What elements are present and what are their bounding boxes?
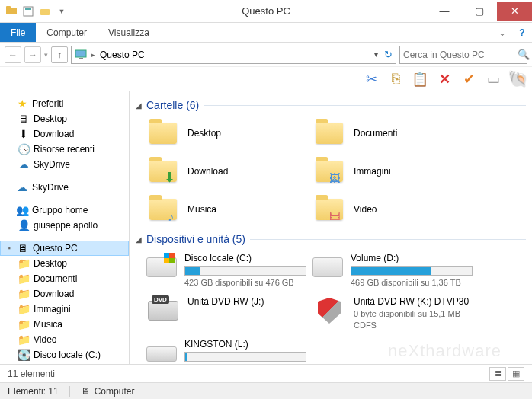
folders-grid: Desktop Documenti ⬇Download 🖼Immagini ♪M… [133,114,532,228]
cut-icon[interactable]: ✂ [363,71,380,88]
tree-label: Gruppo home [32,205,88,215]
tree-skydrive[interactable]: ☁ SkyDrive [0,180,129,195]
drive-item[interactable]: Unità DVD RW (J:) [143,292,309,334]
delete-icon[interactable]: ✕ [436,71,453,88]
tree-item[interactable]: 📁Documenti [0,271,129,286]
drive-filesystem: CDFS [354,321,473,330]
group-title: Dispositivi e unità (5) [146,233,245,245]
download-arrow-icon: ⬇ [164,169,175,186]
tree-item-drive-d[interactable]: 💽Volume (D:) [0,362,129,364]
search-input[interactable] [403,49,518,60]
shell-icon[interactable]: 🐚 [509,71,526,88]
folder-desktop[interactable]: Desktop [143,114,309,152]
drive-icon [312,257,343,277]
group-devices-header[interactable]: ◢ Dispositivi e unità (5) [133,228,532,248]
help-icon[interactable]: ? [512,23,532,42]
up-button[interactable]: ↑ [51,46,68,63]
tree-item-download[interactable]: ⬇Download [0,126,129,142]
drive-item[interactable]: Unità DVD RW (K:) DTVP300 byte disponibi… [309,292,476,334]
navigation-bar: ← → ▾ ↑ ▸ Questo PC ▾ ↻ 🔍 [0,43,532,67]
drive-name: Disco locale (C:) [184,253,306,263]
search-box[interactable]: 🔍 [399,46,527,64]
collapse-icon[interactable]: ▪ [5,244,13,252]
drive-windows-icon [146,257,177,277]
tab-file[interactable]: File [0,23,36,42]
drive-usage-bar [184,352,306,362]
drive-item[interactable]: KINGSTON (L:)57,4 GB disponibili su 57,4… [143,334,309,364]
refresh-icon[interactable]: ↻ [384,49,393,60]
homegroup-icon: 👥 [15,204,29,216]
drive-item[interactable]: Volume (D:)469 GB disponibili su 1,36 TB [309,248,476,292]
tree-favorites[interactable]: ★ Preferiti [0,96,129,111]
tree-item[interactable]: 📁Musica [0,317,129,332]
search-icon[interactable]: 🔍 [518,49,530,60]
copy-icon[interactable]: ⎘ [387,71,404,88]
tree-label: Preferiti [32,98,63,109]
folder-documents[interactable]: Documenti [309,114,476,152]
chevron-right-icon[interactable]: ▸ [91,51,95,59]
address-location[interactable]: Questo PC [100,49,145,60]
collapse-group-icon[interactable]: ◢ [136,101,142,110]
dvd-drive-icon [148,301,178,321]
svg-rect-3 [25,8,31,10]
tree-item[interactable]: 📁Desktop [0,256,129,271]
folder-download[interactable]: ⬇Download [143,152,309,190]
maximize-button[interactable]: ▢ [462,2,497,21]
nav-history-dropdown-icon[interactable]: ▾ [44,51,48,59]
tree-item-skydrive[interactable]: ☁SkyDrive [0,157,129,172]
view-tiles-button[interactable]: ▦ [508,367,524,381]
qat-dropdown-icon[interactable]: ▼ [55,5,69,18]
drive-usage-bar [351,266,473,276]
tree-item[interactable]: 📁Immagini [0,302,129,317]
forward-button[interactable]: → [24,46,41,63]
folder-video[interactable]: 🎞Video [309,190,476,228]
back-button[interactable]: ← [5,46,21,63]
tree-label: Questo PC [33,243,78,254]
folder-icon: 📁 [17,257,30,270]
paste-icon[interactable]: 📋 [412,71,428,88]
drive-usage-bar [184,266,306,276]
main-area: ★ Preferiti 🖥Desktop ⬇Download 🕓Risorse … [0,91,532,364]
music-icon: ♪ [168,210,174,224]
address-bar[interactable]: ▸ Questo PC ▾ ↻ [71,46,396,64]
tree-item-user[interactable]: 👤giuseppe apollo [0,218,129,233]
usb-drive-icon [146,346,177,362]
folder-icon: 📁 [17,288,30,300]
ribbon-tabs: File Computer Visualizza ⌄ ? [0,23,532,43]
minimize-button[interactable]: — [427,2,462,21]
details-bar: Elementi: 11 🖥 Computer [0,382,532,399]
tree-homegroup[interactable]: 👥 Gruppo home [0,203,129,218]
folder-icon: 📁 [17,334,30,346]
tree-label: SkyDrive [32,182,69,193]
collapse-group-icon[interactable]: ◢ [136,235,142,244]
app-icon[interactable] [5,5,18,18]
tree-item[interactable]: 📁Video [0,332,129,347]
tree-item[interactable]: 📁Download [0,286,129,302]
navigation-pane[interactable]: ★ Preferiti 🖥Desktop ⬇Download 🕓Risorse … [0,91,130,364]
shield-icon [318,298,341,324]
tab-computer[interactable]: Computer [36,23,98,42]
drive-free-space: 423 GB disponibili su 476 GB [184,278,306,287]
ribbon-expand-icon[interactable]: ⌄ [492,23,512,42]
view-details-button[interactable]: ≣ [489,367,506,381]
pc-icon: 🖥 [81,386,90,397]
check-icon[interactable]: ✔ [460,71,477,88]
rename-icon[interactable]: ▭ [485,71,502,88]
properties-icon[interactable] [21,5,35,18]
tree-this-pc[interactable]: ▪ 🖥 Questo PC [0,241,129,256]
drive-name: Unità DVD RW (K:) DTVP30 [354,296,473,307]
close-button[interactable]: ✕ [497,2,532,21]
tree-item-drive-c[interactable]: 💽Disco locale (C:) [0,347,129,362]
tree-item-recent[interactable]: 🕓Risorse recenti [0,142,129,157]
address-dropdown-icon[interactable]: ▾ [374,50,378,59]
group-folders-header[interactable]: ◢ Cartelle (6) [133,94,532,114]
new-folder-icon[interactable] [38,5,52,18]
folder-music[interactable]: ♪Musica [143,190,309,228]
svg-rect-5 [75,50,86,57]
tab-view[interactable]: Visualizza [98,23,160,42]
content-pane[interactable]: ◢ Cartelle (6) Desktop Documenti ⬇Downlo… [130,91,532,364]
drive-item[interactable]: Disco locale (C:)423 GB disponibili su 4… [143,248,309,292]
tree-item-desktop[interactable]: 🖥Desktop [0,111,129,126]
folder-images[interactable]: 🖼Immagini [309,152,476,190]
picture-icon: 🖼 [329,172,340,184]
